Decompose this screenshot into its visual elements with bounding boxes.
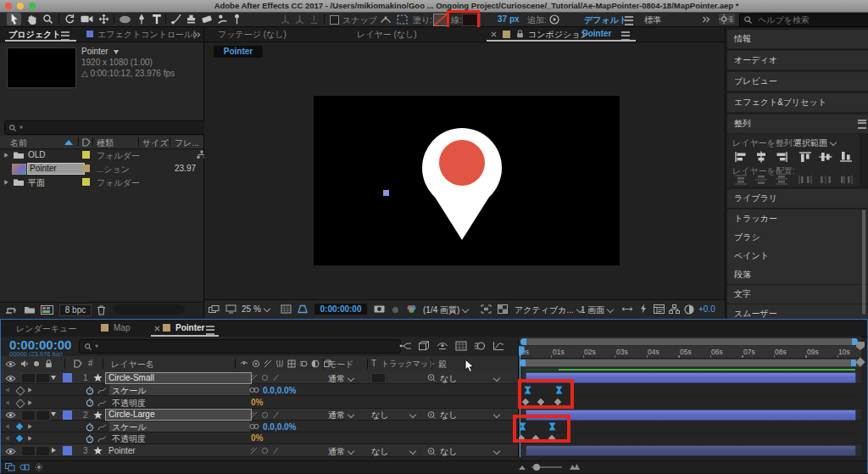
audio-cell[interactable] [21, 410, 36, 421]
solo-cell[interactable] [36, 410, 50, 421]
mode-column[interactable]: モード [328, 359, 353, 371]
t-column[interactable]: T [371, 359, 376, 368]
graph-toggle-icon[interactable] [97, 399, 107, 407]
prev-keyframe-icon[interactable] [5, 424, 9, 428]
property-name[interactable]: 不透明度 [112, 433, 146, 445]
link-dimensions-icon[interactable] [249, 423, 259, 430]
graph-toggle-icon[interactable] [97, 435, 107, 443]
pen-tool[interactable] [136, 14, 147, 25]
stroke-width-value[interactable]: 37 px [498, 14, 520, 24]
puppet-pin-tool[interactable] [232, 14, 242, 25]
twirl-icon[interactable] [4, 180, 8, 184]
rotate-tool[interactable] [64, 14, 75, 25]
panel-tracker[interactable]: トラッカー [727, 209, 868, 228]
fill-swatch[interactable] [433, 14, 448, 26]
zoom-window-button[interactable] [29, 3, 36, 9]
zoom-tool[interactable] [42, 14, 53, 25]
label-swatch[interactable] [82, 151, 90, 159]
mask-visibility-icon[interactable] [297, 304, 309, 314]
property-name[interactable]: 不透明度 [112, 398, 146, 410]
tab-project[interactable]: プロジェクト [8, 29, 60, 41]
pickwhip-icon[interactable] [426, 447, 436, 456]
distribute-hcenter-button[interactable] [819, 175, 832, 185]
layer-switches[interactable] [250, 374, 280, 382]
zoom-out-mountain-icon[interactable] [518, 464, 526, 471]
property-name-selected[interactable]: スケール [109, 421, 250, 432]
fast-previews-icon[interactable] [638, 304, 648, 314]
selection-tool[interactable] [7, 13, 21, 25]
new-folder-icon[interactable] [24, 305, 36, 315]
keyframe-toggle-icon[interactable] [16, 423, 23, 430]
channel-icon[interactable] [406, 304, 417, 314]
align-center-vertical-button[interactable] [819, 151, 832, 163]
show-snapshot-icon[interactable] [392, 307, 398, 313]
time-ruler[interactable]: 0s 01s 02s 03s 04s 05s 06s 07s 08s 09s 1… [519, 346, 861, 359]
tab-footage[interactable]: フッテージ (なし) [218, 29, 287, 41]
align-right-button[interactable] [775, 151, 788, 163]
keyframe[interactable] [522, 399, 529, 405]
close-window-button[interactable] [5, 3, 12, 9]
close-tab-icon[interactable] [154, 326, 160, 332]
layer-switches[interactable] [250, 447, 280, 454]
audio-cell[interactable] [21, 446, 36, 456]
sidebar-scrollbar[interactable] [862, 209, 865, 315]
resolution-dropdown[interactable]: (1/4 画質) [423, 304, 468, 316]
eye-icon[interactable] [5, 448, 16, 455]
panel-character[interactable]: 文字 [727, 285, 868, 304]
interpret-footage-icon[interactable] [5, 306, 17, 315]
track-matte-column[interactable]: トラックマット [381, 359, 436, 370]
solo-cell[interactable] [36, 373, 50, 383]
comp-marker-bin-icon[interactable] [855, 341, 865, 351]
track-matte-dropdown[interactable]: なし [371, 446, 415, 458]
layer-bar-circle-small[interactable] [526, 372, 856, 383]
parent-dropdown[interactable]: なし [440, 410, 499, 421]
tab-composition-name[interactable]: Pointer [582, 29, 611, 38]
timeline-navigator[interactable] [520, 338, 858, 345]
keyframe-toggle-icon[interactable] [15, 399, 25, 408]
column-size[interactable]: サイズ [142, 137, 169, 149]
opacity-value[interactable]: 0% [251, 433, 263, 443]
timeline-search-box[interactable] [79, 339, 401, 354]
parent-column[interactable]: 親 [438, 359, 447, 371]
prev-keyframe-icon[interactable] [5, 400, 9, 404]
snap-checkbox[interactable] [330, 15, 339, 25]
layer-switches[interactable] [250, 411, 280, 419]
region-of-interest-icon[interactable] [481, 304, 492, 314]
next-keyframe-icon[interactable] [28, 424, 32, 428]
composition-view[interactable] [314, 96, 620, 265]
distribute-top-button[interactable] [734, 175, 748, 185]
work-area-start-handle[interactable] [520, 360, 526, 366]
marquee-icon[interactable] [397, 14, 408, 25]
stopwatch-icon[interactable] [86, 386, 94, 395]
panel-preview[interactable]: プレビュー [727, 72, 868, 91]
panel-brushes[interactable]: ブラシ [727, 228, 868, 247]
keyframe[interactable] [537, 399, 544, 405]
distribute-right-button[interactable] [839, 175, 853, 185]
twirl-icon[interactable] [4, 153, 8, 157]
twirl-closed-icon[interactable] [52, 448, 56, 453]
property-row-scale-small[interactable]: スケール 0.0,0.0% [1, 384, 518, 396]
roto-brush-tool[interactable] [217, 14, 228, 25]
label-swatch[interactable] [82, 178, 90, 186]
zoom-in-mountains-icon[interactable] [569, 463, 581, 471]
new-composition-icon[interactable] [41, 305, 53, 315]
layer-bar-circle-large[interactable] [526, 410, 856, 421]
bezier-path-icon[interactable] [380, 14, 392, 25]
minimize-window-button[interactable] [17, 3, 24, 9]
workspace-standard-button[interactable]: 標準 [644, 14, 661, 26]
work-area-bar[interactable] [519, 359, 861, 367]
audio-cell[interactable] [21, 373, 36, 383]
parent-dropdown[interactable]: なし [440, 373, 499, 385]
property-row-opacity-small[interactable]: 不透明度 0% [1, 396, 518, 409]
workspace-overflow-icon[interactable] [702, 16, 710, 23]
scale-value[interactable]: 0.0,0.0% [263, 386, 296, 395]
blend-mode-dropdown[interactable]: 通常 [328, 373, 353, 385]
pixel-aspect-icon[interactable] [621, 304, 633, 314]
property-name-selected[interactable]: スケール [109, 385, 250, 395]
twirl-open-icon[interactable] [51, 412, 56, 416]
project-row-old[interactable]: OLD フォルダー [0, 148, 203, 162]
eye-icon[interactable] [5, 411, 16, 419]
opacity-value[interactable]: 0% [251, 398, 263, 407]
hide-shy-layers-icon[interactable] [437, 342, 448, 350]
layer-row-circle-large[interactable]: 2 Circle-Large 通常 なし なし [1, 409, 518, 421]
